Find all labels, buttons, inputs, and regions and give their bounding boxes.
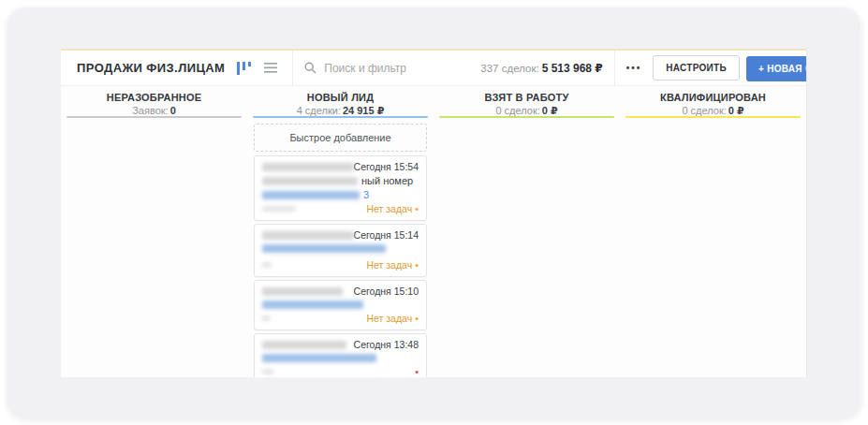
pipeline-header: ПРОДАЖИ ФИЗ.ЛИЦАМ bbox=[61, 51, 806, 86]
search-icon bbox=[304, 62, 316, 74]
deal-card[interactable]: Сегодня 15:10 Нет задач• bbox=[254, 280, 427, 330]
list-view-icon[interactable] bbox=[264, 63, 277, 73]
task-status-dot: • bbox=[415, 203, 419, 214]
column-accent-line bbox=[625, 116, 801, 118]
column-title: КВАЛИФИЦИРОВАН bbox=[620, 92, 806, 103]
header-divider bbox=[292, 51, 293, 86]
deal-time: Сегодня 13:48 bbox=[354, 339, 419, 350]
redacted-meta bbox=[262, 262, 272, 268]
deals-total: 5 513 968 ₽ bbox=[542, 62, 603, 75]
deals-summary: 337 сделок:5 513 968 ₽ bbox=[480, 62, 602, 75]
redacted-contact-link bbox=[262, 300, 363, 309]
pipeline-panel: ПРОДАЖИ ФИЗ.ЛИЦАМ bbox=[61, 49, 807, 377]
column-header-qualified: КВАЛИФИЦИРОВАН 0 сделок:0 ₽ bbox=[620, 86, 806, 119]
column-unsorted bbox=[61, 119, 247, 377]
deal-time: Сегодня 15:10 bbox=[354, 286, 419, 297]
redacted-deal-title bbox=[262, 163, 354, 171]
task-status-dot: • bbox=[415, 366, 419, 377]
redacted-contact-link bbox=[262, 191, 360, 199]
no-tasks-label: Нет задач bbox=[366, 313, 412, 324]
column-accent-line bbox=[439, 116, 614, 118]
deal-card[interactable]: Сегодня 13:48 • bbox=[254, 333, 427, 377]
quick-add-button[interactable]: Быстрое добавление bbox=[254, 124, 427, 152]
redacted-meta bbox=[262, 206, 296, 212]
task-status: Нет задач• bbox=[366, 203, 419, 214]
redacted-deal-title bbox=[262, 231, 354, 240]
task-status-dot: • bbox=[415, 313, 419, 324]
redacted-meta bbox=[262, 369, 273, 374]
redacted-contact-link bbox=[262, 354, 376, 362]
kanban-board: Быстрое добавление Сегодня 15:54 ный ном… bbox=[61, 119, 806, 377]
column-in-progress bbox=[434, 119, 620, 377]
task-status-dot: • bbox=[415, 259, 419, 271]
task-status: Нет задач• bbox=[366, 259, 419, 271]
column-accent-line bbox=[253, 116, 428, 118]
column-title: НОВЫЙ ЛИД bbox=[247, 92, 434, 103]
deal-card[interactable]: Сегодня 15:14 Нет задач• bbox=[254, 224, 427, 277]
column-headers-row: НЕРАЗОБРАННОЕ Заявок:0 НОВЫЙ ЛИД 4 сделк… bbox=[61, 86, 806, 119]
column-header-new-lead: НОВЫЙ ЛИД 4 сделки:24 915 ₽ bbox=[247, 86, 434, 119]
no-tasks-label: Нет задач bbox=[366, 203, 412, 214]
deal-card[interactable]: Сегодня 15:54 ный номер 3 Нет задач• bbox=[254, 155, 427, 221]
setup-button[interactable]: НАСТРОИТЬ bbox=[653, 55, 740, 81]
deal-time: Сегодня 15:54 bbox=[354, 161, 419, 172]
column-stats: Заявок:0 bbox=[61, 105, 247, 116]
new-deal-button[interactable]: + НОВАЯ СДЕЛКА bbox=[746, 56, 806, 81]
search-field[interactable] bbox=[304, 62, 471, 75]
column-accent-line bbox=[66, 116, 242, 118]
redacted-deal-detail bbox=[262, 177, 358, 185]
deals-count: 337 сделок: bbox=[480, 63, 538, 74]
no-tasks-label: Нет задач bbox=[366, 259, 412, 271]
task-status: • bbox=[412, 366, 419, 377]
deal-time: Сегодня 15:14 bbox=[354, 229, 419, 241]
deal-detail-text: ный номер bbox=[361, 175, 413, 186]
search-input[interactable] bbox=[324, 62, 471, 75]
redacted-contact-link bbox=[262, 244, 386, 253]
column-header-in-progress: ВЗЯТ В РАБОТУ 0 сделок:0 ₽ bbox=[434, 86, 620, 119]
column-title: ВЗЯТ В РАБОТУ bbox=[434, 92, 620, 103]
header-divider bbox=[614, 51, 615, 86]
kanban-view-icon[interactable] bbox=[237, 62, 251, 75]
column-qualified bbox=[620, 119, 806, 377]
redacted-deal-title bbox=[262, 287, 343, 296]
more-options-button[interactable]: ••• bbox=[626, 63, 642, 73]
deal-link-text[interactable]: 3 bbox=[363, 189, 369, 200]
column-title: НЕРАЗОБРАННОЕ bbox=[61, 92, 247, 103]
column-header-unsorted: НЕРАЗОБРАННОЕ Заявок:0 bbox=[61, 86, 247, 119]
column-new-lead: Быстрое добавление Сегодня 15:54 ный ном… bbox=[247, 119, 434, 377]
task-status: Нет задач• bbox=[366, 313, 419, 324]
app-window: ПРОДАЖИ ФИЗ.ЛИЦАМ bbox=[7, 7, 861, 418]
redacted-meta bbox=[262, 315, 270, 321]
pipeline-title: ПРОДАЖИ ФИЗ.ЛИЦАМ bbox=[77, 61, 225, 75]
redacted-deal-title bbox=[262, 341, 346, 349]
